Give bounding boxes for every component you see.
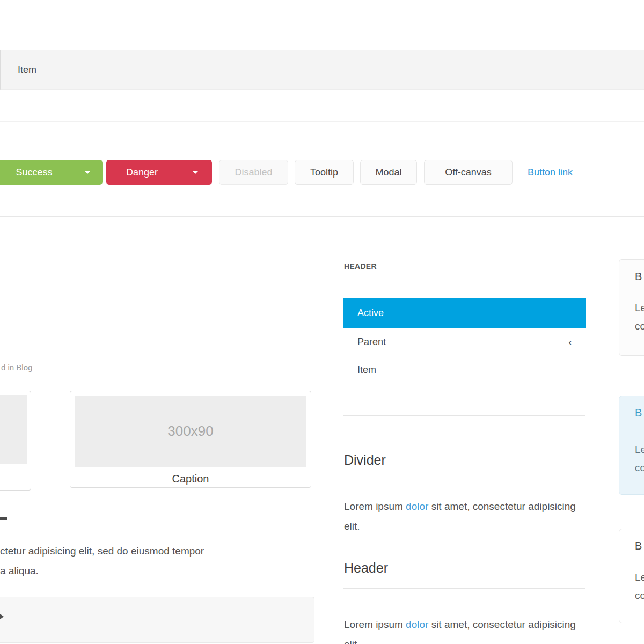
panel-text-line: Le (635, 568, 644, 587)
nav-item-label: Item (357, 364, 376, 376)
well-panel (0, 597, 314, 643)
page-header-rule (343, 588, 585, 589)
paragraph-line: a aliqua. (0, 561, 279, 581)
panel-title-fragment: B (635, 540, 644, 552)
panel-title-fragment: B (635, 407, 644, 419)
dropdown-menu-item[interactable]: Item (0, 50, 644, 90)
side-panel-info: B Le co (619, 396, 644, 495)
danger-button-label[interactable]: Danger (106, 160, 178, 185)
truncated-heading-fragment (0, 517, 7, 520)
button-link[interactable]: Button link (528, 160, 592, 185)
nav-header-divider (343, 290, 585, 290)
danger-split-button[interactable]: Danger (106, 160, 212, 185)
thumbnail-cutoff[interactable] (0, 391, 31, 491)
dropdown-item-label: Item (18, 64, 36, 76)
success-split-button[interactable]: Success (0, 160, 103, 185)
panel-text-fragment: Le co (635, 299, 644, 335)
caret-down-icon (192, 171, 199, 174)
truncated-caret-icon (0, 614, 4, 619)
dolor-link[interactable]: dolor (406, 501, 428, 512)
panel-text-line: co (635, 317, 644, 335)
nav-item-active[interactable]: Active (343, 298, 586, 328)
modal-button[interactable]: Modal (360, 160, 417, 185)
divider-example-rule (343, 415, 585, 416)
panel-text-line: Le (635, 441, 644, 459)
thumbnail-caption: Caption (75, 467, 306, 485)
horizontal-rule-below-buttons (0, 216, 644, 217)
side-panel-default: B Le co (619, 259, 644, 356)
nav-item-item[interactable]: Item (343, 356, 586, 384)
caret-down-icon (84, 171, 91, 174)
post-meta-fragment: d in Blog (1, 363, 32, 372)
thumbnail-placeholder-image (0, 395, 27, 464)
nav-item-parent[interactable]: Parent ‹ (343, 328, 586, 356)
nav-item-label: Parent (357, 336, 386, 348)
panel-text-line: Le (635, 299, 644, 317)
thumbnail[interactable]: 300x90 Caption (70, 391, 311, 488)
dolor-link[interactable]: dolor (406, 619, 428, 630)
offcanvas-button[interactable]: Off-canvas (424, 160, 513, 185)
disabled-button: Disabled (219, 160, 288, 185)
side-panel-default: B Le co (619, 529, 644, 623)
section-title-header: Header (344, 560, 388, 576)
tooltip-button[interactable]: Tooltip (295, 160, 354, 185)
panel-text-line: co (635, 459, 644, 477)
danger-dropdown-toggle[interactable] (178, 160, 212, 185)
panel-text-fragment: Le co (635, 568, 644, 605)
success-button-label[interactable]: Success (0, 160, 72, 185)
panel-text-fragment: Le co (635, 441, 644, 477)
lorem-text: Lorem ipsum (344, 619, 406, 630)
chevron-left-icon: ‹ (568, 336, 572, 348)
lorem-paragraph: Lorem ipsum dolor sit amet, consectetur … (344, 614, 590, 644)
section-title-divider: Divider (344, 452, 386, 468)
success-dropdown-toggle[interactable] (72, 160, 103, 185)
thumbnail-placeholder-image: 300x90 (75, 396, 306, 467)
horizontal-rule-top (0, 121, 644, 122)
panel-title-fragment: B (635, 270, 644, 283)
lorem-text: Lorem ipsum (344, 501, 406, 512)
paragraph-line: ctetur adipisicing elit, sed do eiusmod … (0, 541, 279, 561)
nav-header-label: HEADER (344, 262, 377, 270)
nav-item-label: Active (357, 308, 384, 319)
lead-paragraph-fragment: ctetur adipisicing elit, sed do eiusmod … (0, 541, 279, 581)
lorem-paragraph: Lorem ipsum dolor sit amet, consectetur … (344, 496, 590, 536)
panel-text-line: co (635, 587, 644, 605)
